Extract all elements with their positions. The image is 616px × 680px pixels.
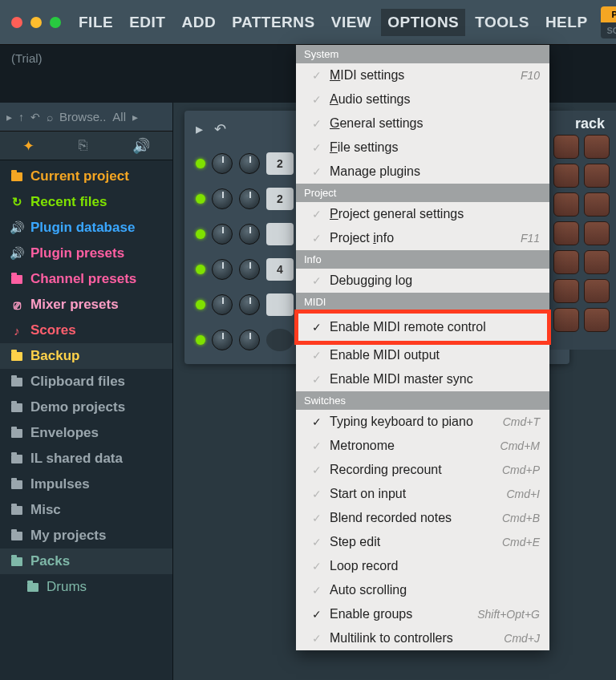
channel-button[interactable]: 4 [266,258,294,281]
browser-item[interactable]: Packs [0,548,172,574]
step-pad[interactable] [553,164,579,188]
menu-file[interactable]: FILE [72,9,120,36]
pan-knob[interactable] [212,188,233,209]
browser-filter[interactable]: All [112,110,126,123]
step-pad[interactable] [584,221,610,245]
pattern-song-toggle[interactable]: PAT SONG [601,6,616,38]
tab-files-icon[interactable]: ⎘ [79,137,87,154]
channel-undo-icon[interactable]: ↶ [214,120,226,138]
browser-item[interactable]: Misc [0,497,172,523]
pan-knob[interactable] [212,294,233,315]
step-pad[interactable] [584,164,610,188]
menu-options[interactable]: OPTIONS [381,9,465,36]
undo-icon[interactable]: ↶ [30,111,40,123]
tab-speaker-icon[interactable]: 🔊 [132,137,150,155]
menu-view[interactable]: VIEW [325,9,379,36]
channel-button[interactable] [266,223,294,245]
menu-tools[interactable]: TOOLS [468,9,536,36]
menu-add[interactable]: ADD [175,9,222,36]
step-pad[interactable] [584,192,610,217]
tab-all-icon[interactable]: ✦ [22,137,34,155]
step-pad[interactable] [584,135,610,159]
channel-led[interactable] [196,159,205,168]
channel-button[interactable] [266,293,294,316]
menu-item[interactable]: ✓General settings [296,111,549,136]
browser-item[interactable]: Envelopes [0,420,172,446]
menu-item[interactable]: ✓Typing keyboard to pianoCmd+T [296,410,549,434]
browser-item[interactable]: Channel presets [0,266,172,292]
step-pad[interactable] [553,135,579,159]
window-zoom-button[interactable] [50,17,61,28]
up-arrow-icon[interactable]: ↑ [18,111,24,123]
browser-item[interactable]: IL shared data [0,446,172,472]
browser-item[interactable]: ♪Scores [0,318,172,343]
browser-item[interactable]: Backup [0,343,172,369]
menu-item[interactable]: ✓Manage plugins [296,160,549,184]
menu-item[interactable]: ✓Enable MIDI output [296,343,549,367]
step-pad[interactable] [584,279,610,303]
pan-knob[interactable] [212,330,233,350]
step-pad[interactable] [553,308,579,332]
menu-item[interactable]: ✓Enable MIDI remote control [296,311,549,343]
step-pad[interactable] [553,192,579,217]
vol-knob[interactable] [239,188,260,209]
vol-knob[interactable] [239,153,260,174]
menu-item[interactable]: ✓Enable MIDI master sync [296,367,549,391]
menu-patterns[interactable]: PATTERNS [225,9,322,36]
browser-item[interactable]: 🔊Plugin presets [0,241,172,266]
pan-knob[interactable] [212,259,233,280]
channel-button[interactable] [266,329,294,351]
menu-item[interactable]: ✓MIDI settingsF10 [296,63,549,87]
channel-led[interactable] [196,194,205,204]
vol-knob[interactable] [239,294,260,315]
step-pad[interactable] [553,279,579,303]
browser-item[interactable]: ↻Recent files [0,189,172,215]
menu-item[interactable]: ✓Blend recorded notesCmd+B [296,506,549,530]
menu-item[interactable]: ✓Debugging log [296,269,549,293]
vol-knob[interactable] [239,259,260,280]
channel-led[interactable] [196,300,205,310]
browser-item[interactable]: Demo projects [0,395,172,420]
step-pad[interactable] [553,250,579,274]
menu-item[interactable]: ✓Auto scrolling [296,578,549,602]
pan-knob[interactable] [212,153,233,174]
check-icon: ✓ [312,608,325,621]
browser-item[interactable]: Drums [0,574,172,600]
browser-item[interactable]: ⎚Mixer presets [0,292,172,318]
step-pad[interactable] [584,308,610,332]
menu-help[interactable]: HELP [539,9,594,36]
menu-item[interactable]: ✓Project infoF11 [296,226,549,250]
channel-led[interactable] [196,335,205,345]
window-minimize-button[interactable] [30,17,42,28]
chevron-right-icon[interactable]: ▸ [132,111,138,123]
menu-item[interactable]: ✓Project general settings [296,202,549,226]
browser-item[interactable]: Clipboard files [0,369,172,395]
channel-button[interactable]: 2 [266,152,294,175]
menu-item[interactable]: ✓MetronomeCmd+M [296,434,549,458]
menu-item[interactable]: ✓Multilink to controllersCmd+J [296,626,549,650]
menu-item[interactable]: ✓Audio settings [296,87,549,111]
menu-item[interactable]: ✓Loop record [296,554,549,578]
menu-item[interactable]: ✓Step editCmd+E [296,530,549,554]
vol-knob[interactable] [239,330,260,350]
menu-item[interactable]: ✓Start on inputCmd+I [296,482,549,506]
menu-item[interactable]: ✓Enable groupsShift+Opt+G [296,602,549,626]
browser-item[interactable]: Impulses [0,472,172,497]
browser-item[interactable]: 🔊Plugin database [0,215,172,241]
chevron-right-icon[interactable]: ▸ [6,111,12,123]
channel-button[interactable]: 2 [266,188,294,210]
menu-item[interactable]: ✓Recording precountCmd+P [296,458,549,482]
channel-led[interactable] [196,229,205,239]
search-icon[interactable]: ⌕ [47,111,53,123]
browser-item[interactable]: My projects [0,523,172,548]
window-close-button[interactable] [11,17,22,28]
menu-edit[interactable]: EDIT [123,9,172,36]
menu-item[interactable]: ✓File settings [296,136,549,160]
channel-play-icon[interactable]: ▸ [196,120,203,138]
step-pad[interactable] [584,250,610,274]
browser-item[interactable]: Current project [0,164,172,189]
vol-knob[interactable] [239,224,260,245]
step-pad[interactable] [553,221,579,245]
pan-knob[interactable] [212,224,233,245]
channel-led[interactable] [196,265,205,274]
